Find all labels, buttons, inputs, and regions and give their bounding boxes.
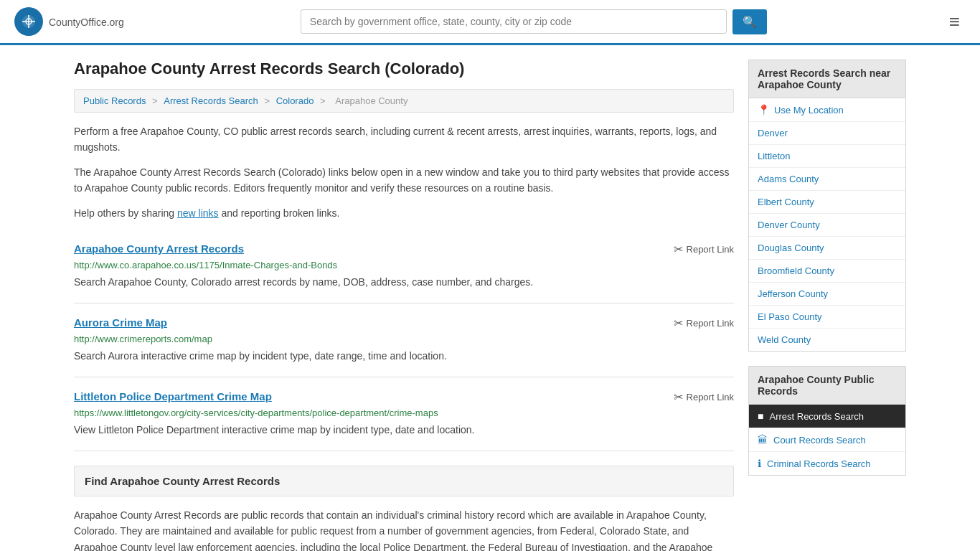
sidebar-item-arrest-records[interactable]: ■ Arrest Records Search bbox=[749, 405, 905, 428]
record-url-3[interactable]: https://www.littletongov.org/city-servic… bbox=[74, 408, 734, 418]
content-area: Arapahoe County Arrest Records Search (C… bbox=[74, 60, 734, 551]
record-header-3: Littleton Police Department Crime Map ✂ … bbox=[74, 390, 734, 404]
record-desc-2: Search Aurora interactive crime map by i… bbox=[74, 349, 734, 364]
record-header-1: Arapahoe County Arrest Records ✂ Report … bbox=[74, 242, 734, 256]
list-item[interactable]: Denver County bbox=[749, 214, 905, 237]
intro-para3-start: Help others by sharing bbox=[74, 207, 177, 219]
hamburger-icon: ≡ bbox=[949, 11, 960, 32]
logo-icon bbox=[14, 7, 43, 36]
find-section-body: Arapahoe County Arrest Records are publi… bbox=[74, 507, 734, 551]
breadcrumb-arrest-records[interactable]: Arrest Records Search bbox=[164, 95, 258, 106]
list-item[interactable]: Denver bbox=[749, 122, 905, 145]
breadcrumb-arapahoe: Arapahoe County bbox=[335, 95, 407, 106]
intro-para3-end: and reporting broken links. bbox=[219, 207, 340, 219]
breadcrumb-public-records[interactable]: Public Records bbox=[83, 95, 146, 106]
sidebar-item-criminal-records[interactable]: ℹ Criminal Records Search bbox=[749, 452, 905, 475]
list-item[interactable]: Broomfield County bbox=[749, 260, 905, 283]
list-item[interactable]: El Paso County bbox=[749, 306, 905, 329]
search-area: 🔍 bbox=[301, 9, 767, 34]
record-entry-2: Aurora Crime Map ✂ Report Link http://ww… bbox=[74, 303, 734, 377]
sidebar-public-records-section: Arapahoe County Public Records ■ Arrest … bbox=[748, 366, 906, 476]
site-header: CountyOffice.org 🔍 ≡ bbox=[0, 0, 980, 45]
main-wrapper: Arapahoe County Arrest Records Search (C… bbox=[60, 45, 920, 551]
list-item[interactable]: Jefferson County bbox=[749, 283, 905, 306]
breadcrumb: Public Records > Arrest Records Search >… bbox=[74, 89, 734, 113]
breadcrumb-sep2: > bbox=[264, 95, 272, 106]
court-records-icon: 🏛 bbox=[758, 434, 768, 446]
sidebar-public-records-list: ■ Arrest Records Search 🏛 Court Records … bbox=[748, 405, 906, 476]
record-entry-3: Littleton Police Department Crime Map ✂ … bbox=[74, 377, 734, 451]
search-input[interactable] bbox=[301, 9, 727, 34]
breadcrumb-sep1: > bbox=[152, 95, 160, 106]
sidebar: Arrest Records Search near Arapahoe Coun… bbox=[748, 60, 906, 551]
report-icon-3: ✂ bbox=[674, 390, 683, 404]
breadcrumb-colorado[interactable]: Colorado bbox=[276, 95, 314, 106]
list-item[interactable]: Elbert County bbox=[749, 191, 905, 214]
menu-button[interactable]: ≡ bbox=[943, 9, 966, 34]
record-entry-1: Arapahoe County Arrest Records ✂ Report … bbox=[74, 230, 734, 303]
record-header-2: Aurora Crime Map ✂ Report Link bbox=[74, 316, 734, 330]
record-title-1[interactable]: Arapahoe County Arrest Records bbox=[74, 242, 244, 255]
find-section-title: Find Arapahoe County Arrest Records bbox=[85, 475, 723, 487]
list-item[interactable]: Adams County bbox=[749, 168, 905, 191]
page-title: Arapahoe County Arrest Records Search (C… bbox=[74, 60, 734, 78]
intro-para2: The Arapahoe County Arrest Records Searc… bbox=[74, 164, 734, 197]
report-link-3[interactable]: ✂ Report Link bbox=[674, 390, 734, 404]
search-button[interactable]: 🔍 bbox=[732, 9, 767, 34]
report-icon-1: ✂ bbox=[674, 242, 683, 256]
record-title-3[interactable]: Littleton Police Department Crime Map bbox=[74, 390, 272, 402]
list-item[interactable]: Weld County bbox=[749, 329, 905, 351]
logo-area[interactable]: CountyOffice.org bbox=[14, 7, 124, 36]
breadcrumb-sep3: > bbox=[320, 95, 328, 106]
record-desc-3: View Littleton Police Department interac… bbox=[74, 423, 734, 438]
find-section: Find Arapahoe County Arrest Records bbox=[74, 466, 734, 496]
search-icon: 🔍 bbox=[743, 16, 757, 28]
list-item[interactable]: Douglas County bbox=[749, 237, 905, 260]
criminal-records-icon: ℹ bbox=[758, 458, 761, 469]
location-pin-icon: 📍 bbox=[758, 104, 770, 116]
sidebar-item-court-records[interactable]: 🏛 Court Records Search bbox=[749, 428, 905, 452]
record-url-1[interactable]: http://www.co.arapahoe.co.us/1175/Inmate… bbox=[74, 260, 734, 270]
record-desc-1: Search Arapahoe County, Colorado arrest … bbox=[74, 275, 734, 290]
sidebar-nearby-section: Arrest Records Search near Arapahoe Coun… bbox=[748, 60, 906, 352]
report-link-1[interactable]: ✂ Report Link bbox=[674, 242, 734, 256]
intro-para3: Help others by sharing new links and rep… bbox=[74, 205, 734, 221]
report-link-2[interactable]: ✂ Report Link bbox=[674, 316, 734, 330]
report-icon-2: ✂ bbox=[674, 316, 683, 330]
sidebar-public-records-header: Arapahoe County Public Records bbox=[748, 366, 906, 405]
arrest-records-icon: ■ bbox=[758, 410, 763, 422]
list-item[interactable]: Littleton bbox=[749, 145, 905, 168]
logo-text: CountyOffice.org bbox=[49, 14, 124, 29]
record-url-2[interactable]: http://www.crimereports.com/map bbox=[74, 334, 734, 344]
sidebar-nearby-header: Arrest Records Search near Arapahoe Coun… bbox=[748, 60, 906, 98]
record-title-2[interactable]: Aurora Crime Map bbox=[74, 316, 167, 329]
intro-para1: Perform a free Arapahoe County, CO publi… bbox=[74, 123, 734, 156]
new-links-link[interactable]: new links bbox=[177, 207, 219, 219]
sidebar-use-location[interactable]: 📍 Use My Location bbox=[749, 98, 905, 122]
sidebar-nearby-list: 📍 Use My Location Denver Littleton Adams… bbox=[748, 98, 906, 352]
